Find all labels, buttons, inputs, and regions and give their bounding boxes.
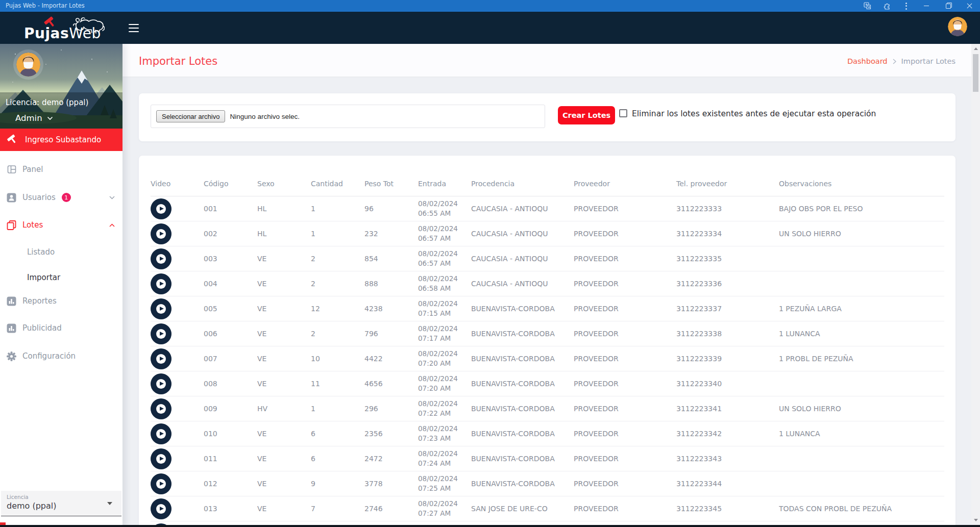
- license-select-label: Licencia: [7, 494, 121, 500]
- cell-proveedor: PROVEEDOR: [574, 480, 676, 488]
- cell-peso-tot: 3778: [364, 480, 418, 488]
- cell-sexo: VE: [257, 430, 311, 438]
- table-row: 004 VE 2 888 08/02/202406:58 AM CAUCASIA…: [151, 271, 944, 296]
- cell-proveedor: PROVEEDOR: [574, 380, 676, 388]
- table-row: 002 HL 1 232 08/02/202406:57 AM CAUCASIA…: [151, 221, 944, 246]
- cell-proveedor: PROVEEDOR: [574, 205, 676, 213]
- cell-peso-tot: 854: [364, 255, 418, 263]
- cell-codigo: 010: [204, 430, 257, 438]
- table-row: 003 VE 2 854 08/02/202406:57 AM CAUCASIA…: [151, 246, 944, 271]
- play-video-button[interactable]: [151, 298, 172, 319]
- cell-observaciones: BAJO OBS POR EL PESO: [779, 205, 944, 213]
- sidebar-item-listado[interactable]: Listado: [7, 245, 116, 259]
- play-video-button[interactable]: [151, 473, 172, 494]
- cell-tel-proveedor: 3112223335: [676, 255, 779, 263]
- sidebar-item-publicidad[interactable]: Publicidad: [7, 321, 116, 335]
- file-input[interactable]: Seleccionar archivo Ninguno archivo sele…: [151, 105, 545, 128]
- play-video-button[interactable]: [151, 273, 172, 294]
- cell-procedencia: BUENAVISTA-CORDOBA: [471, 405, 574, 413]
- cell-cantidad: 1: [311, 205, 364, 213]
- breadcrumb-dashboard[interactable]: Dashboard: [847, 57, 888, 65]
- sidebar-item-panel[interactable]: Panel: [7, 162, 116, 177]
- extensions-icon[interactable]: [877, 0, 896, 12]
- role-dropdown[interactable]: Admin: [15, 113, 53, 123]
- translate-icon[interactable]: [857, 0, 877, 12]
- gavel-icon: [6, 133, 19, 147]
- cell-procedencia: BUENAVISTA-CORDOBA: [471, 480, 574, 488]
- vertical-scrollbar[interactable]: [971, 44, 980, 527]
- cell-peso-tot: 296: [364, 405, 418, 413]
- play-icon: [156, 379, 166, 389]
- sidebar-item-label: Publicidad: [22, 323, 62, 333]
- cell-proveedor: PROVEEDOR: [574, 405, 676, 413]
- sidebar-item-reportes[interactable]: Reportes: [7, 294, 116, 308]
- play-video-button[interactable]: [151, 223, 172, 244]
- page-title: Importar Lotes: [139, 55, 217, 67]
- sidebar-item-lotes[interactable]: Lotes: [7, 218, 116, 232]
- play-icon: [156, 279, 166, 289]
- play-video-button[interactable]: [151, 373, 172, 394]
- table-row: 010 VE 6 2356 08/02/202407:23 AM BUENAVI…: [151, 421, 944, 446]
- cell-procedencia: BUENAVISTA-CORDOBA: [471, 330, 574, 338]
- sidebar: Licencia: demo (ppal) Admin Ingreso Suba…: [0, 44, 122, 527]
- cell-procedencia: CAUCASIA - ANTIOQU: [471, 280, 574, 288]
- play-icon: [156, 329, 166, 339]
- cell-proveedor: PROVEEDOR: [574, 505, 676, 513]
- sidebar-item-configuracion[interactable]: Configuración: [7, 349, 116, 363]
- cell-entrada: 08/02/202407:22 AM: [418, 399, 471, 419]
- play-video-button[interactable]: [151, 448, 172, 469]
- sidebar-item-importar[interactable]: Importar: [7, 270, 116, 285]
- user-avatar[interactable]: [948, 17, 967, 36]
- browser-menu-icon[interactable]: [896, 0, 916, 12]
- scroll-down-button[interactable]: [971, 516, 980, 524]
- table-row: 001 HL 1 96 08/02/202406:55 AM CAUCASIA …: [151, 196, 944, 221]
- cell-entrada: 08/02/202407:25 AM: [418, 474, 471, 494]
- main-content: Importar Lotes Dashboard Importar Lotes …: [122, 44, 980, 527]
- cell-entrada: 08/02/202406:55 AM: [418, 199, 471, 219]
- table-row: 009 HV 1 296 08/02/202407:22 AM BUENAVIS…: [151, 396, 944, 421]
- cell-procedencia: BUENAVISTA-CORDOBA: [471, 380, 574, 388]
- license-select[interactable]: Licencia demo (ppal): [1, 491, 121, 516]
- play-video-button[interactable]: [151, 398, 172, 419]
- sidebar-item-label: Usuarios: [22, 193, 56, 202]
- license-line: Licencia: demo (ppal): [6, 98, 88, 107]
- play-video-button[interactable]: [151, 348, 172, 369]
- sidebar-toggle-button[interactable]: [129, 24, 139, 32]
- eliminar-lotes-checkbox[interactable]: [619, 109, 627, 117]
- maximize-button[interactable]: [937, 0, 959, 12]
- cell-peso-tot: 4656: [364, 380, 418, 388]
- sidebar-item-usuarios[interactable]: Usuarios 1: [7, 190, 116, 205]
- cell-observaciones: 1 PROBL DE PEZUÑA: [779, 355, 944, 363]
- sidebar-item-label: Listado: [27, 247, 55, 257]
- profile-avatar[interactable]: [16, 53, 40, 77]
- scrollbar-thumb[interactable]: [973, 54, 978, 92]
- gear-icon: [7, 352, 16, 361]
- play-video-button[interactable]: [151, 248, 172, 269]
- cell-codigo: 001: [204, 205, 257, 213]
- window-titlebar: Pujas Web - Importar Lotes: [0, 0, 980, 12]
- minimize-button[interactable]: [916, 0, 937, 12]
- play-video-button[interactable]: [151, 323, 172, 344]
- sidebar-item-label: Ingreso Subastando: [25, 135, 101, 144]
- cell-proveedor: PROVEEDOR: [574, 255, 676, 263]
- crear-lotes-button[interactable]: Crear Lotes: [558, 106, 615, 124]
- cell-observaciones: TODAS CON PROBL DE PEZUÑA: [779, 505, 944, 513]
- play-icon: [156, 229, 166, 239]
- cell-proveedor: PROVEEDOR: [574, 355, 676, 363]
- play-video-button[interactable]: [151, 198, 172, 219]
- cell-codigo: 003: [204, 255, 257, 263]
- cell-codigo: 005: [204, 305, 257, 313]
- cell-proveedor: PROVEEDOR: [574, 230, 676, 238]
- app-logo[interactable]: PujasWeb: [24, 12, 111, 44]
- scroll-up-button[interactable]: [971, 44, 980, 53]
- usuarios-badge: 1: [62, 193, 71, 202]
- close-button[interactable]: [959, 0, 980, 12]
- file-select-button[interactable]: Seleccionar archivo: [156, 110, 225, 122]
- cell-tel-proveedor: 3112223340: [676, 380, 779, 388]
- sidebar-item-ingreso-subastando[interactable]: Ingreso Subastando: [0, 129, 122, 151]
- chevron-up-icon: [109, 223, 115, 227]
- cell-codigo: 004: [204, 280, 257, 288]
- play-video-button[interactable]: [151, 498, 172, 519]
- cell-codigo: 009: [204, 405, 257, 413]
- play-video-button[interactable]: [151, 423, 172, 444]
